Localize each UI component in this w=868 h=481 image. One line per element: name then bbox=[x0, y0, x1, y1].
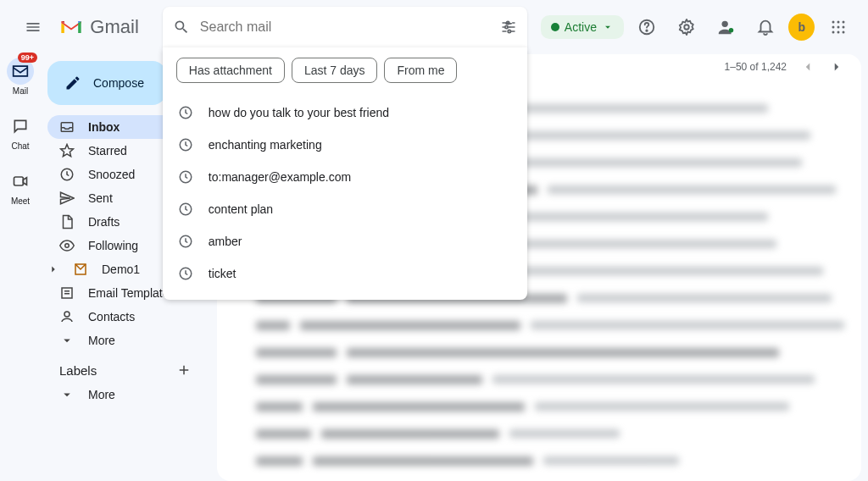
header-bar: Gmail Has attachmentLast 7 daysFrom me h… bbox=[0, 0, 868, 54]
svg-point-27 bbox=[64, 312, 70, 317]
nav-icon bbox=[59, 119, 75, 135]
suggestion-text: ticket bbox=[209, 267, 236, 280]
left-rail: 99+ Mail Chat Meet bbox=[0, 54, 41, 206]
compose-label: Compose bbox=[93, 76, 144, 90]
settings-button[interactable] bbox=[670, 10, 704, 44]
page-prev-icon[interactable] bbox=[800, 59, 815, 75]
history-icon bbox=[178, 137, 193, 152]
svg-point-15 bbox=[837, 21, 839, 24]
help-icon bbox=[637, 18, 656, 36]
pencil-icon bbox=[64, 75, 81, 91]
nav-icon bbox=[59, 238, 75, 253]
status-dot-icon bbox=[551, 23, 559, 31]
history-icon bbox=[178, 202, 193, 217]
svg-rect-23 bbox=[14, 177, 24, 185]
search-chip[interactable]: Last 7 days bbox=[292, 58, 378, 83]
svg-point-17 bbox=[832, 26, 834, 29]
status-label: Active bbox=[565, 20, 597, 34]
page-next-icon[interactable] bbox=[829, 59, 844, 75]
mail-row[interactable] bbox=[225, 312, 853, 339]
search-suggestion[interactable]: enchanting marketing bbox=[163, 129, 527, 161]
chevron-right-icon bbox=[47, 263, 59, 275]
rail-meet[interactable]: Meet bbox=[7, 168, 34, 206]
history-icon bbox=[178, 234, 193, 249]
nav-label: Inbox bbox=[88, 120, 161, 134]
search-suggestion[interactable]: ticket bbox=[163, 257, 527, 290]
contacts-shortcut[interactable] bbox=[709, 10, 743, 44]
account-avatar[interactable]: b bbox=[788, 14, 815, 41]
nav-icon bbox=[59, 191, 75, 206]
svg-rect-26 bbox=[62, 288, 72, 298]
svg-point-13 bbox=[728, 28, 733, 32]
svg-point-5 bbox=[180, 171, 192, 183]
rail-chat-label: Chat bbox=[11, 141, 29, 151]
history-icon bbox=[178, 169, 193, 185]
support-button[interactable] bbox=[631, 10, 664, 44]
compose-button[interactable]: Compose bbox=[47, 61, 166, 105]
search-suggestion[interactable]: to:manager@example.com bbox=[163, 161, 527, 193]
plus-icon[interactable] bbox=[176, 362, 192, 378]
search-suggestion[interactable]: content plan bbox=[163, 193, 527, 225]
mail-row[interactable] bbox=[225, 447, 853, 474]
rail-mail-badge: 99+ bbox=[18, 53, 37, 63]
search-options-icon[interactable] bbox=[500, 19, 517, 36]
search-input[interactable] bbox=[200, 19, 500, 35]
nav-icon bbox=[59, 333, 75, 348]
svg-point-20 bbox=[832, 31, 834, 34]
rail-meet-label: Meet bbox=[11, 196, 30, 206]
apps-grid-icon bbox=[831, 19, 846, 35]
nav-label: Contacts bbox=[88, 310, 192, 323]
svg-point-4 bbox=[180, 139, 192, 151]
search-chip[interactable]: From me bbox=[384, 58, 457, 83]
svg-point-16 bbox=[842, 21, 844, 24]
mail-row[interactable] bbox=[225, 393, 853, 420]
mail-row[interactable] bbox=[225, 366, 853, 393]
apps-button[interactable] bbox=[821, 10, 854, 44]
pagination-range: 1–50 of 1,242 bbox=[725, 61, 787, 73]
labels-header: Labels bbox=[47, 352, 203, 383]
gmail-wordmark: Gmail bbox=[90, 16, 138, 38]
sidebar-item-more[interactable]: More bbox=[47, 329, 203, 352]
nav-icon bbox=[59, 285, 75, 301]
mail-icon bbox=[12, 64, 29, 78]
notifications-button[interactable] bbox=[749, 10, 782, 44]
rail-mail[interactable]: 99+ Mail bbox=[7, 58, 34, 96]
person-plus-icon bbox=[717, 18, 736, 36]
sidebar-item-contacts[interactable]: Contacts bbox=[47, 305, 203, 329]
history-icon bbox=[178, 105, 193, 120]
mail-row[interactable] bbox=[225, 420, 853, 447]
suggestion-text: enchanting marketing bbox=[209, 138, 322, 152]
suggestion-text: content plan bbox=[209, 202, 273, 216]
chat-icon bbox=[12, 118, 29, 135]
nav-icon bbox=[59, 167, 75, 182]
svg-point-22 bbox=[842, 31, 844, 34]
history-icon bbox=[178, 266, 193, 281]
svg-point-11 bbox=[684, 25, 689, 30]
suggestion-text: amber bbox=[209, 235, 242, 248]
svg-point-10 bbox=[647, 30, 648, 30]
nav-icon bbox=[59, 143, 75, 158]
labels-more[interactable]: More bbox=[47, 383, 203, 406]
chevron-down-icon bbox=[602, 21, 614, 33]
svg-point-21 bbox=[837, 31, 839, 34]
main-menu-button[interactable] bbox=[14, 7, 53, 47]
nav-icon bbox=[73, 262, 88, 277]
mail-row[interactable] bbox=[225, 339, 853, 366]
rail-chat[interactable]: Chat bbox=[7, 113, 34, 151]
search-suggestion[interactable]: amber bbox=[163, 225, 527, 257]
video-icon bbox=[12, 173, 29, 190]
svg-point-6 bbox=[180, 203, 192, 215]
labels-more-label: More bbox=[88, 388, 192, 401]
chevron-down-icon bbox=[59, 387, 75, 402]
svg-point-24 bbox=[61, 169, 73, 180]
suggestion-text: how do you talk to your best friend bbox=[209, 106, 389, 119]
search-container: Has attachmentLast 7 daysFrom me how do … bbox=[163, 7, 527, 47]
svg-point-8 bbox=[180, 268, 192, 279]
gmail-logo[interactable]: Gmail bbox=[59, 16, 138, 38]
status-chip[interactable]: Active bbox=[541, 15, 624, 39]
svg-point-12 bbox=[721, 21, 727, 27]
search-chip[interactable]: Has attachment bbox=[176, 58, 285, 83]
nav-label: More bbox=[88, 334, 192, 347]
search-suggestion[interactable]: how do you talk to your best friend bbox=[163, 97, 527, 129]
search-box[interactable] bbox=[163, 7, 527, 47]
